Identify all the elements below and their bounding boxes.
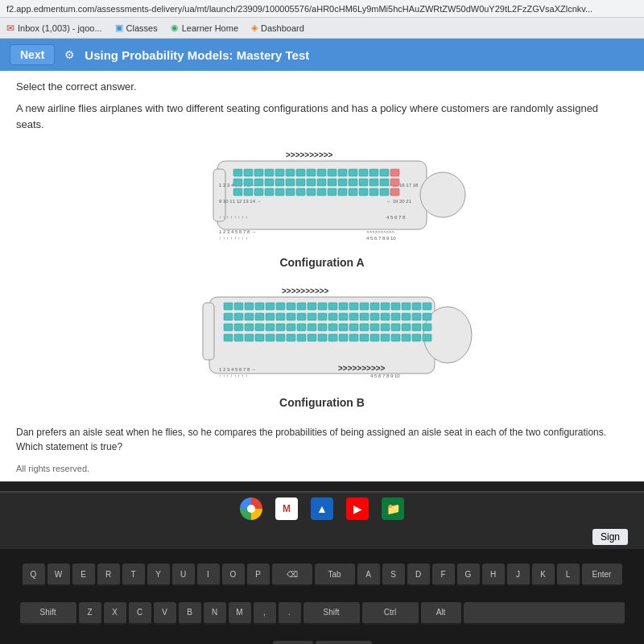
- key-x[interactable]: X: [104, 602, 126, 625]
- taskbar-drive-icon[interactable]: ▲: [311, 497, 333, 520]
- svg-rect-98: [349, 313, 358, 320]
- browser-url-bar: f2.app.edmentum.com/assessments-delivery…: [0, 0, 644, 18]
- svg-rect-18: [317, 169, 326, 176]
- svg-rect-119: [360, 324, 369, 331]
- svg-rect-20: [338, 169, 347, 176]
- key-alt[interactable]: Alt: [421, 602, 461, 625]
- svg-rect-142: [391, 334, 400, 341]
- key-period[interactable]: .: [279, 602, 301, 625]
- svg-rect-34: [317, 179, 326, 186]
- tab-learner[interactable]: ◉ Learner Home: [171, 23, 238, 33]
- key-e[interactable]: E: [72, 564, 95, 586]
- svg-rect-48: [296, 188, 305, 196]
- config-a-container: >>>>>>>>>> 1 2 3 4 5 6 7 8 → 9 10 11 12 …: [16, 145, 628, 269]
- config-b-diagram: >>>>>>>>>>: [169, 285, 475, 390]
- key-y[interactable]: Y: [147, 564, 170, 586]
- key-l[interactable]: L: [557, 564, 580, 586]
- svg-rect-44: [254, 188, 263, 196]
- taskbar-folder-icon[interactable]: 📁: [382, 497, 404, 520]
- svg-rect-39: [369, 179, 378, 186]
- svg-rect-69: [255, 303, 264, 310]
- key-g[interactable]: G: [457, 564, 480, 586]
- key-q[interactable]: Q: [23, 564, 45, 586]
- key-i[interactable]: I: [197, 564, 220, 586]
- svg-rect-75: [318, 303, 327, 310]
- key-shift-left[interactable]: Shift: [20, 602, 76, 625]
- key-z[interactable]: Z: [79, 602, 101, 625]
- svg-rect-108: [245, 324, 254, 331]
- next-button[interactable]: Next: [10, 44, 55, 65]
- svg-rect-116: [328, 324, 337, 331]
- key-tab[interactable]: Tab: [315, 564, 355, 586]
- key-m[interactable]: M: [229, 602, 251, 625]
- key-n[interactable]: N: [204, 602, 226, 625]
- svg-text:>>>>>>>>>>: >>>>>>>>>>: [366, 229, 395, 234]
- key-shift-right[interactable]: Shift: [303, 602, 360, 625]
- key-f[interactable]: F: [432, 564, 455, 586]
- key-u[interactable]: U: [172, 564, 195, 586]
- svg-rect-49: [307, 188, 316, 196]
- svg-rect-14: [275, 169, 284, 176]
- page-title: Using Probability Models: Mastery Test: [85, 48, 309, 62]
- taskbar-gmail-icon[interactable]: M: [275, 497, 298, 520]
- config-a-diagram: >>>>>>>>>> 1 2 3 4 5 6 7 8 → 9 10 11 12 …: [169, 145, 475, 250]
- key-alt-right[interactable]: Alt: [273, 641, 313, 644]
- svg-rect-100: [370, 313, 379, 320]
- key-v[interactable]: V: [154, 602, 176, 625]
- key-ctrl-right[interactable]: Ctrl: [316, 641, 372, 644]
- key-s[interactable]: S: [382, 564, 405, 586]
- svg-text:4 5 6 7 8 9 10: 4 5 6 7 8 9 10: [370, 374, 400, 378]
- settings-icon[interactable]: ⚙: [64, 48, 75, 61]
- key-d[interactable]: D: [407, 564, 430, 586]
- key-c[interactable]: C: [129, 602, 151, 625]
- svg-text:↑ ↑ ↑ ↑ ↑ ↑ ↑ ↑: ↑ ↑ ↑ ↑ ↑ ↑ ↑ ↑: [219, 374, 248, 378]
- key-a[interactable]: A: [357, 564, 380, 586]
- svg-rect-47: [286, 188, 295, 196]
- key-comma[interactable]: ,: [254, 602, 276, 625]
- svg-rect-31: [286, 179, 295, 186]
- tab-dashboard[interactable]: ◈ Dashboard: [251, 23, 304, 33]
- svg-rect-134: [308, 334, 316, 341]
- svg-rect-137: [339, 334, 348, 341]
- svg-rect-138: [349, 334, 358, 341]
- svg-rect-102: [391, 313, 400, 320]
- svg-rect-64: [203, 303, 214, 360]
- sign-button[interactable]: Sign: [592, 529, 628, 545]
- svg-rect-72: [287, 303, 295, 310]
- svg-rect-92: [287, 313, 295, 320]
- key-ctrl[interactable]: Ctrl: [362, 602, 419, 625]
- svg-rect-77: [339, 303, 348, 310]
- svg-rect-86: [224, 313, 233, 320]
- key-p[interactable]: P: [247, 564, 270, 586]
- svg-rect-124: [412, 324, 421, 331]
- keyboard-top: Sign: [0, 525, 644, 549]
- tab-classes[interactable]: ▣ Classes: [115, 23, 158, 33]
- svg-rect-22: [359, 169, 368, 176]
- svg-rect-12: [254, 169, 263, 176]
- svg-rect-80: [370, 303, 379, 310]
- key-k[interactable]: K: [532, 564, 555, 586]
- svg-rect-105: [423, 313, 431, 320]
- tab-learner-label: Learner Home: [182, 23, 238, 33]
- svg-rect-106: [224, 324, 233, 331]
- key-space[interactable]: [464, 602, 625, 625]
- svg-rect-141: [381, 334, 390, 341]
- key-enter[interactable]: Enter: [582, 564, 622, 586]
- svg-rect-71: [276, 303, 285, 310]
- question-text: A new airline flies airplanes with two d…: [16, 101, 628, 132]
- tab-inbox[interactable]: ✉ Inbox (1,003) - jqoo...: [6, 23, 102, 34]
- svg-rect-26: [233, 179, 242, 186]
- key-j[interactable]: J: [507, 564, 530, 586]
- svg-rect-11: [244, 169, 253, 176]
- key-t[interactable]: T: [122, 564, 145, 586]
- taskbar-youtube-icon[interactable]: ▶: [346, 497, 369, 520]
- taskbar-chrome-icon[interactable]: [240, 497, 262, 520]
- key-r[interactable]: R: [97, 564, 120, 586]
- key-b[interactable]: B: [179, 602, 201, 625]
- svg-rect-104: [412, 313, 421, 320]
- key-h[interactable]: H: [482, 564, 505, 586]
- svg-text:4 5 6 7 8 9 10: 4 5 6 7 8 9 10: [366, 236, 396, 241]
- key-o[interactable]: O: [222, 564, 245, 586]
- key-backspace[interactable]: ⌫: [272, 564, 312, 586]
- key-w[interactable]: W: [47, 564, 70, 586]
